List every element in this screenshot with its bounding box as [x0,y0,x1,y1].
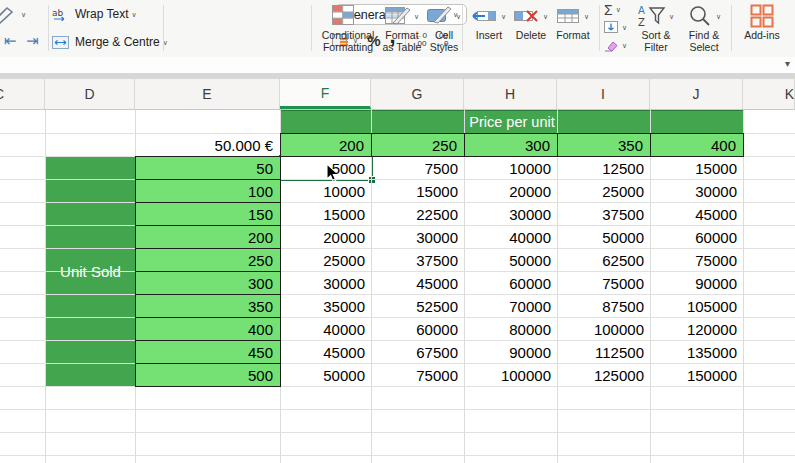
cells-group: ∨ Insert ∨ Delete ∨ Format [466,0,596,57]
autosum-button[interactable]: Σ ∨ [604,1,621,18]
data-cell[interactable]: 30000 [650,179,744,203]
data-cell[interactable]: 7500 [371,156,465,180]
data-cell[interactable]: 22500 [371,202,465,226]
unit-cell[interactable]: 150 [135,202,281,226]
price-header-cell[interactable]: 250 [371,133,465,157]
data-cell[interactable]: 150000 [650,363,744,387]
cell-styles-button[interactable]: ∨ Cell Styles [426,3,462,53]
format-button[interactable]: ∨ Format [552,3,594,41]
find-select-button[interactable]: ∨ Find & Select [682,3,726,53]
data-cell[interactable]: 30000 [280,271,372,295]
data-cell[interactable]: 75000 [557,271,651,295]
unit-cell[interactable]: 400 [135,317,281,341]
data-cell[interactable]: 37500 [557,202,651,226]
data-cell[interactable]: 80000 [464,317,558,341]
gridline [45,110,46,463]
column-header-F[interactable]: F [280,79,371,109]
borders-pen-button[interactable]: ∨ [0,4,26,24]
price-header-cell[interactable]: 300 [464,133,558,157]
unit-cell[interactable]: 250 [135,248,281,272]
data-cell[interactable]: 62500 [557,248,651,272]
wrap-text-button[interactable]: ab Wrap Text ∨ [52,1,137,27]
merge-centre-button[interactable]: Merge & Centre ∨ [52,29,168,55]
increase-indent-button[interactable]: ⇥ [26,32,39,50]
formula-bar[interactable]: ▾ [0,57,795,74]
price-header-cell[interactable]: 350 [557,133,651,157]
data-cell[interactable]: 87500 [557,294,651,318]
data-cell[interactable]: 10000 [464,156,558,180]
column-header-G[interactable]: G [371,79,464,109]
data-cell[interactable]: 60000 [464,271,558,295]
data-cell[interactable]: 25000 [280,248,372,272]
data-cell[interactable]: 75000 [650,248,744,272]
data-cell[interactable]: 60000 [371,317,465,341]
data-cell[interactable]: 105000 [650,294,744,318]
data-cell[interactable]: 50000 [557,225,651,249]
data-cell[interactable]: 37500 [371,248,465,272]
unit-cell[interactable]: 350 [135,294,281,318]
insert-button[interactable]: ∨ Insert [468,3,510,41]
unit-cell[interactable]: 200 [135,225,281,249]
delete-button[interactable]: ∨ Delete [510,3,552,41]
column-header-K[interactable]: K [743,79,795,109]
ribbon: ∨ ⇤ ⇥ ab Wrap Text ∨ Merge & Centre ∨ Ge… [0,0,795,58]
data-cell[interactable]: 30000 [371,225,465,249]
data-cell[interactable]: 20000 [464,179,558,203]
data-cell[interactable]: 50000 [464,248,558,272]
price-per-unit-banner-cell[interactable]: Price per unit [280,110,744,134]
data-cell[interactable]: 125000 [557,363,651,387]
data-cell[interactable]: 30000 [464,202,558,226]
column-header-D[interactable]: D [45,79,135,109]
format-as-table-button[interactable]: ∨ Format as Table [380,3,424,53]
conditional-formatting-button[interactable]: ∨ Conditional Formatting [316,3,380,53]
data-cell[interactable]: 100000 [464,363,558,387]
clear-button[interactable]: ∨ [604,37,627,54]
data-cell[interactable]: 50000 [280,363,372,387]
data-cell[interactable]: 120000 [650,317,744,341]
data-cell[interactable]: 25000 [557,179,651,203]
data-cell[interactable]: 60000 [650,225,744,249]
data-cell[interactable]: 67500 [371,340,465,364]
data-cell[interactable]: 100000 [557,317,651,341]
data-cell[interactable]: 5000 [280,156,372,180]
unit-cell[interactable]: 100 [135,179,281,203]
data-cell[interactable]: 70000 [464,294,558,318]
data-cell[interactable]: 35000 [280,294,372,318]
data-cell[interactable]: 45000 [650,202,744,226]
data-cell[interactable]: 75000 [371,363,465,387]
column-header-H[interactable]: H [464,79,557,109]
sort-filter-button[interactable]: A Z ∨ Sort & Filter [634,3,678,53]
fill-button[interactable]: ∨ [604,19,627,36]
sort-filter-icon: A Z [638,4,666,28]
column-header-J[interactable]: J [650,79,743,109]
data-cell[interactable]: 52500 [371,294,465,318]
conditional-formatting-icon [332,5,356,27]
price-header-cell[interactable]: 400 [650,133,744,157]
column-header-E[interactable]: E [135,79,280,109]
price-header-cell[interactable]: 200 [280,133,372,157]
data-cell[interactable]: 45000 [371,271,465,295]
addins-button[interactable]: Add-ins [734,3,790,41]
column-header-I[interactable]: I [557,79,650,109]
unit-cell[interactable]: 300 [135,271,281,295]
column-header-C[interactable]: C [0,79,45,109]
formula-bar-collapse-icon[interactable]: ▾ [785,58,790,69]
data-cell[interactable]: 10000 [280,179,372,203]
data-cell[interactable]: 20000 [280,225,372,249]
data-cell[interactable]: 40000 [280,317,372,341]
decrease-indent-button[interactable]: ⇤ [4,32,17,50]
data-cell[interactable]: 15000 [650,156,744,180]
data-cell[interactable]: 15000 [371,179,465,203]
unit-cell[interactable]: 500 [135,363,281,387]
data-cell[interactable]: 135000 [650,340,744,364]
data-cell[interactable]: 90000 [650,271,744,295]
data-cell[interactable]: 12500 [557,156,651,180]
data-cell[interactable]: 45000 [280,340,372,364]
data-cell[interactable]: 90000 [464,340,558,364]
data-cell[interactable]: 112500 [557,340,651,364]
corner-value-cell[interactable]: 50.000 € [135,133,281,157]
data-cell[interactable]: 40000 [464,225,558,249]
unit-cell[interactable]: 450 [135,340,281,364]
data-cell[interactable]: 15000 [280,202,372,226]
unit-cell[interactable]: 50 [135,156,281,180]
